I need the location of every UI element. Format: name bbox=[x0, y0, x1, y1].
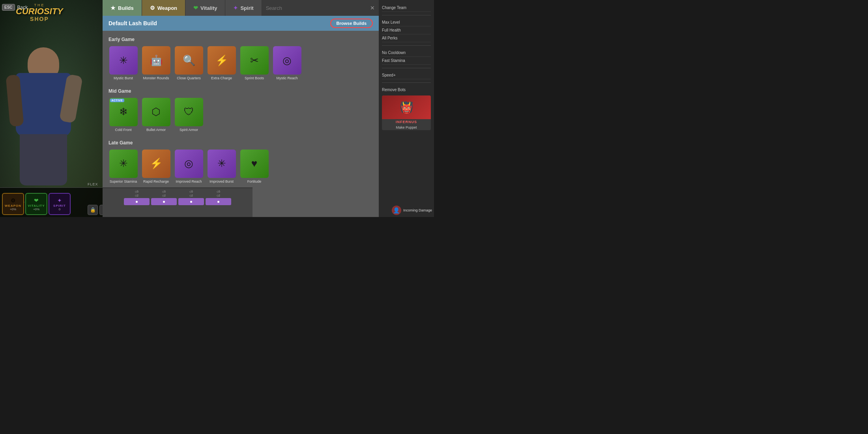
item-mystic-burst[interactable]: ✳ Mystic Burst bbox=[108, 46, 138, 80]
improved-reach-icon: ◎ bbox=[184, 157, 193, 170]
item-mystic-reach[interactable]: ◎ Mystic Reach bbox=[272, 46, 302, 80]
divider-4 bbox=[382, 82, 431, 83]
search-close-icon[interactable]: ✕ bbox=[370, 5, 375, 11]
mystic-burst-icon-box: ✳ bbox=[109, 46, 138, 75]
item-close-quarters[interactable]: 🔍 Close Quarters bbox=[174, 46, 204, 80]
superior-stamina-icon-box: ✳ bbox=[109, 150, 138, 178]
shop-shop-text: SHOP bbox=[16, 16, 63, 22]
lock-box-1[interactable]: 🔒 bbox=[88, 205, 98, 215]
item-improved-burst[interactable]: ✳ Improved Burst bbox=[207, 150, 236, 184]
weapon-stat-value: +0% bbox=[10, 208, 16, 211]
item-cold-front[interactable]: ACTIVE ❄ Cold Front bbox=[108, 98, 138, 132]
search-tab[interactable]: ✕ bbox=[262, 0, 379, 16]
item-extra-charge[interactable]: ⚡ Extra Charge bbox=[207, 46, 236, 80]
item-superior-stamina[interactable]: ✳ Superior Stamina bbox=[108, 150, 138, 184]
stat-box-spirit[interactable]: ✦ SPIRIT 0 bbox=[49, 193, 71, 215]
lock-box-2[interactable]: 🔒 bbox=[99, 205, 103, 215]
right-option-change-team[interactable]: Change Team bbox=[382, 4, 431, 12]
mini-slot-2-bar bbox=[151, 198, 177, 205]
spirit-stat-label: SPIRIT bbox=[53, 204, 66, 208]
vitality-stat-icon: ❤ bbox=[34, 197, 39, 204]
mini-slot-2-mid: ◇2 bbox=[162, 194, 166, 197]
right-option-fast-stamina[interactable]: Fast Stamina bbox=[382, 57, 431, 65]
esc-back-area[interactable]: ESC Back bbox=[2, 4, 28, 11]
builds-tab-label: Builds bbox=[118, 5, 134, 11]
tab-weapon[interactable]: ⚙ Weapon bbox=[142, 0, 185, 16]
mid-game-items: ACTIVE ❄ Cold Front ⬡ Bullet Armor 🛡 Spi… bbox=[108, 98, 373, 132]
tab-builds[interactable]: ★ Builds bbox=[103, 0, 142, 16]
search-input[interactable] bbox=[266, 5, 370, 11]
monster-rounds-icon-box: 🤖 bbox=[142, 46, 170, 75]
close-quarters-icon-box: 🔍 bbox=[175, 46, 203, 75]
mini-slot-2-top: ◇5 bbox=[162, 190, 166, 193]
late-game-label: Late Game bbox=[108, 140, 373, 146]
weapon-stat-icon: ⚙ bbox=[11, 197, 16, 204]
mini-slot-3-top: ◇5 bbox=[189, 190, 193, 193]
builds-tab-icon: ★ bbox=[110, 5, 116, 11]
browse-builds-button[interactable]: Browse Builds bbox=[330, 19, 373, 28]
mystic-burst-icon: ✳ bbox=[119, 54, 128, 67]
spirit-stat-icon: ✦ bbox=[57, 197, 62, 204]
right-option-speed[interactable]: Speed+ bbox=[382, 71, 431, 79]
extra-charge-icon: ⚡ bbox=[215, 54, 228, 67]
rapid-recharge-name: Rapid Recharge bbox=[143, 180, 169, 184]
fortitude-icon: ♥ bbox=[251, 157, 257, 170]
vitality-tab-label: Vitality bbox=[200, 5, 217, 11]
mini-slot-3-mid: ◇2 bbox=[189, 194, 193, 197]
tab-vitality[interactable]: ❤ Vitality bbox=[185, 0, 225, 16]
rapid-recharge-icon: ⚡ bbox=[150, 157, 163, 170]
back-label[interactable]: Back bbox=[17, 5, 28, 10]
early-game-label: Early Game bbox=[108, 37, 373, 42]
right-option-max-level[interactable]: Max Level bbox=[382, 19, 431, 26]
build-header: Default Lash Build Browse Builds bbox=[103, 16, 379, 31]
mini-slot-3-dot bbox=[190, 201, 192, 203]
build-title: Default Lash Build bbox=[108, 20, 157, 26]
incoming-damage-label: Incoming Damage bbox=[403, 208, 432, 212]
mini-slot-1-bar bbox=[124, 198, 150, 205]
mini-slot-4-bar bbox=[206, 198, 231, 205]
item-rapid-recharge[interactable]: ⚡ Rapid Recharge bbox=[141, 150, 171, 184]
spirit-armor-icon: 🛡 bbox=[184, 106, 194, 118]
right-option-all-perks[interactable]: All Perks bbox=[382, 34, 431, 42]
incoming-damage-indicator: 👤 Incoming Damage bbox=[392, 206, 432, 215]
right-option-no-cooldown[interactable]: No Cooldown bbox=[382, 49, 431, 57]
item-spirit-armor[interactable]: 🛡 Spirit Armor bbox=[174, 98, 204, 132]
stat-box-weapon[interactable]: ⚙ WEAPON +0% bbox=[2, 193, 24, 215]
item-sprint-boots[interactable]: ✂ Sprint Boots bbox=[239, 46, 269, 80]
mini-slots-panel: ◇5 ◇2 ◇5 ◇2 ◇5 ◇2 ◇5 ◇2 bbox=[103, 187, 253, 217]
spirit-stat-value: 0 bbox=[59, 208, 60, 211]
char-legs bbox=[20, 134, 67, 185]
item-monster-rounds[interactable]: 🤖 Monster Rounds bbox=[141, 46, 171, 80]
tab-spirit[interactable]: ✦ Spirit bbox=[225, 0, 262, 16]
tab-bar: ★ Builds ⚙ Weapon ❤ Vitality ✦ Spirit ✕ bbox=[103, 0, 379, 16]
rapid-recharge-icon-box: ⚡ bbox=[142, 150, 170, 178]
close-quarters-name: Close Quarters bbox=[177, 76, 201, 80]
item-improved-reach[interactable]: ◎ Improved Reach bbox=[174, 150, 204, 184]
lock-boxes: 🔒 🔒 bbox=[88, 205, 103, 215]
stat-boxes-container: ⚙ WEAPON +0% ❤ VITALITY +0% ✦ SPIRIT 0 bbox=[2, 193, 71, 215]
right-option-full-health[interactable]: Full Health bbox=[382, 26, 431, 34]
mystic-reach-icon-box: ◎ bbox=[273, 46, 301, 75]
weapon-tab-icon: ⚙ bbox=[150, 5, 155, 11]
mini-slot-1-dot bbox=[136, 201, 138, 203]
infernus-card[interactable]: 👹 INFERNUS Make Puppet bbox=[382, 95, 431, 130]
cold-front-name: Cold Front bbox=[115, 128, 131, 132]
mystic-reach-icon: ◎ bbox=[282, 54, 292, 67]
weapon-stat-label: WEAPON bbox=[5, 204, 21, 208]
item-fortitude[interactable]: ♥ Fortitude bbox=[239, 150, 269, 184]
infernus-action[interactable]: Make Puppet bbox=[382, 125, 431, 130]
remove-bots-option[interactable]: Remove Bots bbox=[382, 86, 431, 94]
mid-game-label: Mid Game bbox=[108, 88, 373, 94]
item-bullet-armor[interactable]: ⬡ Bullet Armor bbox=[141, 98, 171, 132]
mini-slot-4: ◇5 ◇2 bbox=[206, 190, 231, 205]
superior-stamina-name: Superior Stamina bbox=[110, 180, 137, 184]
improved-burst-name: Improved Burst bbox=[210, 180, 234, 184]
mystic-reach-name: Mystic Reach bbox=[276, 76, 297, 80]
right-options-panel: Change Team Max Level Full Health All Pe… bbox=[379, 0, 434, 217]
sprint-boots-icon-box: ✂ bbox=[240, 46, 269, 75]
stat-box-vitality[interactable]: ❤ VITALITY +0% bbox=[25, 193, 47, 215]
improved-burst-icon-box: ✳ bbox=[208, 150, 236, 178]
vitality-tab-icon: ❤ bbox=[193, 5, 198, 11]
infernus-thumbnail: 👹 bbox=[382, 95, 431, 119]
spirit-tab-icon: ✦ bbox=[233, 5, 238, 11]
